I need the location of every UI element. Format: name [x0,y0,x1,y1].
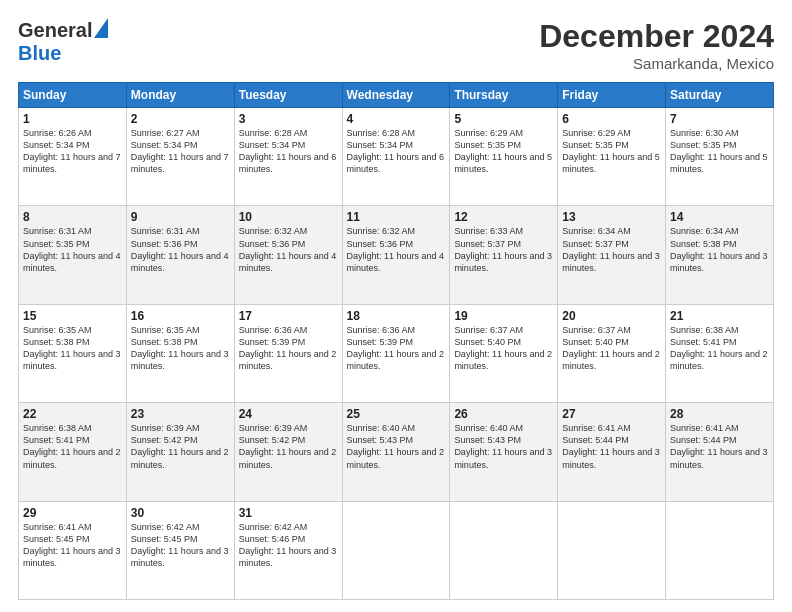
cell-info: Sunrise: 6:33 AMSunset: 5:37 PMDaylight:… [454,225,553,274]
day-header-sunday: Sunday [19,83,127,108]
calendar-cell: 6Sunrise: 6:29 AMSunset: 5:35 PMDaylight… [558,108,666,206]
calendar-cell: 8Sunrise: 6:31 AMSunset: 5:35 PMDaylight… [19,206,127,304]
calendar-cell: 25Sunrise: 6:40 AMSunset: 5:43 PMDayligh… [342,403,450,501]
cell-info: Sunrise: 6:38 AMSunset: 5:41 PMDaylight:… [670,324,769,373]
cell-info: Sunrise: 6:30 AMSunset: 5:35 PMDaylight:… [670,127,769,176]
logo-blue: Blue [18,42,61,64]
header: General Blue December 2024 Samarkanda, M… [18,18,774,72]
calendar-cell: 7Sunrise: 6:30 AMSunset: 5:35 PMDaylight… [666,108,774,206]
calendar-cell: 2Sunrise: 6:27 AMSunset: 5:34 PMDaylight… [126,108,234,206]
cell-info: Sunrise: 6:41 AMSunset: 5:45 PMDaylight:… [23,521,122,570]
logo-general: General [18,19,92,42]
calendar-cell: 11Sunrise: 6:32 AMSunset: 5:36 PMDayligh… [342,206,450,304]
calendar-cell: 31Sunrise: 6:42 AMSunset: 5:46 PMDayligh… [234,501,342,599]
cell-info: Sunrise: 6:31 AMSunset: 5:35 PMDaylight:… [23,225,122,274]
day-number: 6 [562,112,661,126]
calendar-cell: 28Sunrise: 6:41 AMSunset: 5:44 PMDayligh… [666,403,774,501]
calendar-cell: 4Sunrise: 6:28 AMSunset: 5:34 PMDaylight… [342,108,450,206]
cell-info: Sunrise: 6:36 AMSunset: 5:39 PMDaylight:… [239,324,338,373]
cell-info: Sunrise: 6:40 AMSunset: 5:43 PMDaylight:… [347,422,446,471]
calendar-week-row: 1Sunrise: 6:26 AMSunset: 5:34 PMDaylight… [19,108,774,206]
cell-info: Sunrise: 6:34 AMSunset: 5:38 PMDaylight:… [670,225,769,274]
day-number: 24 [239,407,338,421]
day-number: 5 [454,112,553,126]
page-subtitle: Samarkanda, Mexico [539,55,774,72]
day-number: 30 [131,506,230,520]
svg-marker-0 [94,18,108,38]
day-number: 2 [131,112,230,126]
calendar-cell: 16Sunrise: 6:35 AMSunset: 5:38 PMDayligh… [126,304,234,402]
cell-info: Sunrise: 6:39 AMSunset: 5:42 PMDaylight:… [131,422,230,471]
calendar-cell [666,501,774,599]
calendar-cell [450,501,558,599]
cell-info: Sunrise: 6:26 AMSunset: 5:34 PMDaylight:… [23,127,122,176]
calendar-cell: 29Sunrise: 6:41 AMSunset: 5:45 PMDayligh… [19,501,127,599]
calendar-cell: 27Sunrise: 6:41 AMSunset: 5:44 PMDayligh… [558,403,666,501]
calendar-cell: 23Sunrise: 6:39 AMSunset: 5:42 PMDayligh… [126,403,234,501]
cell-info: Sunrise: 6:37 AMSunset: 5:40 PMDaylight:… [454,324,553,373]
calendar-cell: 21Sunrise: 6:38 AMSunset: 5:41 PMDayligh… [666,304,774,402]
calendar-cell: 1Sunrise: 6:26 AMSunset: 5:34 PMDaylight… [19,108,127,206]
cell-info: Sunrise: 6:31 AMSunset: 5:36 PMDaylight:… [131,225,230,274]
cell-info: Sunrise: 6:32 AMSunset: 5:36 PMDaylight:… [347,225,446,274]
day-number: 27 [562,407,661,421]
calendar-week-row: 29Sunrise: 6:41 AMSunset: 5:45 PMDayligh… [19,501,774,599]
title-block: December 2024 Samarkanda, Mexico [539,18,774,72]
day-number: 22 [23,407,122,421]
calendar-week-row: 22Sunrise: 6:38 AMSunset: 5:41 PMDayligh… [19,403,774,501]
day-number: 31 [239,506,338,520]
day-number: 16 [131,309,230,323]
calendar-cell: 20Sunrise: 6:37 AMSunset: 5:40 PMDayligh… [558,304,666,402]
day-header-friday: Friday [558,83,666,108]
cell-info: Sunrise: 6:42 AMSunset: 5:45 PMDaylight:… [131,521,230,570]
day-number: 21 [670,309,769,323]
day-number: 13 [562,210,661,224]
day-number: 4 [347,112,446,126]
cell-info: Sunrise: 6:35 AMSunset: 5:38 PMDaylight:… [131,324,230,373]
day-number: 18 [347,309,446,323]
cell-info: Sunrise: 6:29 AMSunset: 5:35 PMDaylight:… [454,127,553,176]
cell-info: Sunrise: 6:32 AMSunset: 5:36 PMDaylight:… [239,225,338,274]
logo-triangle-icon [94,18,108,42]
calendar-week-row: 15Sunrise: 6:35 AMSunset: 5:38 PMDayligh… [19,304,774,402]
calendar-cell: 12Sunrise: 6:33 AMSunset: 5:37 PMDayligh… [450,206,558,304]
calendar-week-row: 8Sunrise: 6:31 AMSunset: 5:35 PMDaylight… [19,206,774,304]
calendar-cell: 14Sunrise: 6:34 AMSunset: 5:38 PMDayligh… [666,206,774,304]
day-header-thursday: Thursday [450,83,558,108]
calendar-cell: 9Sunrise: 6:31 AMSunset: 5:36 PMDaylight… [126,206,234,304]
day-number: 25 [347,407,446,421]
calendar-cell: 13Sunrise: 6:34 AMSunset: 5:37 PMDayligh… [558,206,666,304]
day-number: 15 [23,309,122,323]
day-number: 20 [562,309,661,323]
calendar-cell: 19Sunrise: 6:37 AMSunset: 5:40 PMDayligh… [450,304,558,402]
day-number: 23 [131,407,230,421]
calendar-cell [342,501,450,599]
cell-info: Sunrise: 6:34 AMSunset: 5:37 PMDaylight:… [562,225,661,274]
day-number: 10 [239,210,338,224]
day-number: 14 [670,210,769,224]
calendar-cell: 10Sunrise: 6:32 AMSunset: 5:36 PMDayligh… [234,206,342,304]
day-number: 26 [454,407,553,421]
cell-info: Sunrise: 6:28 AMSunset: 5:34 PMDaylight:… [239,127,338,176]
calendar-table: SundayMondayTuesdayWednesdayThursdayFrid… [18,82,774,600]
cell-info: Sunrise: 6:41 AMSunset: 5:44 PMDaylight:… [670,422,769,471]
day-number: 1 [23,112,122,126]
day-number: 29 [23,506,122,520]
page: General Blue December 2024 Samarkanda, M… [0,0,792,612]
cell-info: Sunrise: 6:42 AMSunset: 5:46 PMDaylight:… [239,521,338,570]
cell-info: Sunrise: 6:35 AMSunset: 5:38 PMDaylight:… [23,324,122,373]
day-number: 8 [23,210,122,224]
cell-info: Sunrise: 6:40 AMSunset: 5:43 PMDaylight:… [454,422,553,471]
calendar-header-row: SundayMondayTuesdayWednesdayThursdayFrid… [19,83,774,108]
cell-info: Sunrise: 6:36 AMSunset: 5:39 PMDaylight:… [347,324,446,373]
calendar-cell [558,501,666,599]
cell-info: Sunrise: 6:39 AMSunset: 5:42 PMDaylight:… [239,422,338,471]
day-number: 11 [347,210,446,224]
calendar-cell: 15Sunrise: 6:35 AMSunset: 5:38 PMDayligh… [19,304,127,402]
calendar-cell: 3Sunrise: 6:28 AMSunset: 5:34 PMDaylight… [234,108,342,206]
calendar-cell: 24Sunrise: 6:39 AMSunset: 5:42 PMDayligh… [234,403,342,501]
calendar-cell: 22Sunrise: 6:38 AMSunset: 5:41 PMDayligh… [19,403,127,501]
day-number: 28 [670,407,769,421]
calendar-cell: 5Sunrise: 6:29 AMSunset: 5:35 PMDaylight… [450,108,558,206]
day-number: 3 [239,112,338,126]
